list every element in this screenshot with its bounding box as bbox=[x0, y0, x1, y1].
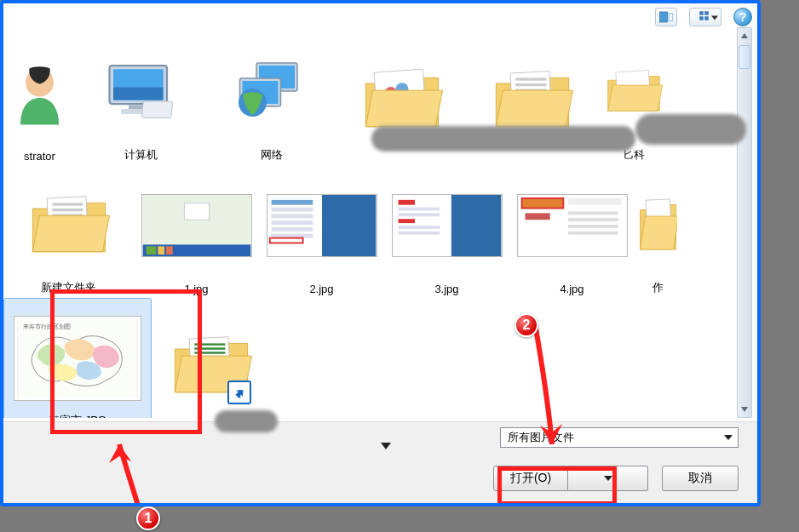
thumbnail-icon bbox=[514, 169, 630, 281]
dialog-bottom-bar: 所有图片文件 打开(O) 取消 bbox=[3, 421, 757, 503]
annotation-badge-1: 1 bbox=[136, 506, 160, 530]
redaction-smudge bbox=[215, 410, 278, 432]
item-label: 4.jpg bbox=[556, 281, 587, 297]
svg-rect-73 bbox=[194, 347, 225, 349]
item-folder-shortcut[interactable] bbox=[152, 298, 271, 418]
svg-rect-10 bbox=[113, 88, 164, 100]
svg-rect-5 bbox=[704, 16, 709, 20]
item-label: 2.jpg bbox=[306, 281, 336, 297]
shortcut-arrow-icon bbox=[227, 380, 251, 404]
item-label: strator bbox=[20, 148, 59, 164]
svg-rect-46 bbox=[271, 207, 313, 211]
user-icon bbox=[8, 37, 72, 148]
svg-rect-44 bbox=[322, 195, 376, 256]
computer-icon bbox=[80, 37, 202, 146]
svg-rect-1 bbox=[669, 14, 673, 21]
item-label: 3.jpg bbox=[431, 281, 462, 297]
item-1jpg[interactable]: 1.jpg bbox=[134, 165, 259, 298]
item-label: 计算机 bbox=[121, 146, 161, 164]
item-2jpg[interactable]: 2.jpg bbox=[259, 165, 384, 298]
svg-rect-63 bbox=[525, 213, 549, 220]
item-3jpg[interactable]: 3.jpg bbox=[384, 165, 509, 298]
item-label bbox=[399, 161, 405, 164]
view-options-button[interactable] bbox=[689, 8, 721, 26]
item-user[interactable]: strator bbox=[3, 32, 76, 165]
folder-icon bbox=[639, 169, 677, 278]
scroll-down-icon[interactable] bbox=[738, 402, 751, 417]
item-label bbox=[529, 161, 536, 164]
svg-rect-34 bbox=[52, 209, 83, 211]
svg-rect-42 bbox=[184, 203, 209, 219]
svg-rect-40 bbox=[158, 246, 164, 255]
item-label: 来宾市.JPG bbox=[45, 411, 110, 418]
thumbnail-icon bbox=[388, 169, 505, 281]
preview-pane-button[interactable] bbox=[655, 8, 677, 26]
badge-label: 1 bbox=[145, 511, 152, 526]
file-grid: strator 计算机 网络 bbox=[3, 27, 730, 418]
svg-rect-57 bbox=[398, 219, 414, 223]
svg-rect-59 bbox=[398, 231, 440, 234]
svg-rect-58 bbox=[398, 226, 440, 229]
item-laibin-jpg[interactable]: 来宾市行政区划图 来宾市.JPG bbox=[3, 298, 152, 418]
svg-rect-53 bbox=[451, 195, 500, 256]
item-network[interactable]: 网络 bbox=[206, 32, 336, 165]
view-toolbar: ? bbox=[655, 6, 752, 28]
svg-rect-3 bbox=[704, 11, 709, 15]
chevron-down-icon bbox=[721, 430, 736, 445]
svg-rect-25 bbox=[515, 77, 546, 80]
svg-rect-13 bbox=[141, 101, 173, 118]
svg-rect-4 bbox=[699, 16, 704, 20]
item-computer[interactable]: 计算机 bbox=[76, 32, 206, 165]
svg-rect-54 bbox=[398, 199, 414, 204]
svg-rect-48 bbox=[271, 220, 313, 225]
item-label: 作 bbox=[649, 278, 667, 297]
dialog-buttons: 打开(O) 取消 bbox=[493, 466, 739, 491]
help-button[interactable]: ? bbox=[733, 8, 752, 26]
svg-rect-72 bbox=[194, 343, 225, 345]
svg-rect-56 bbox=[398, 213, 440, 216]
svg-rect-33 bbox=[52, 203, 83, 205]
item-4jpg[interactable]: 4.jpg bbox=[509, 165, 635, 298]
item-label: 新建文件夹 bbox=[37, 278, 100, 297]
item-label: 1.jpg bbox=[181, 281, 211, 297]
thumbnail-icon bbox=[263, 169, 380, 281]
svg-rect-0 bbox=[660, 12, 668, 22]
thumbnail-icon: 来宾市行政区划图 bbox=[11, 306, 144, 411]
open-dialog-window: ? strator 计算机 bbox=[0, 0, 761, 506]
open-button-dropdown[interactable] bbox=[568, 466, 648, 491]
svg-rect-74 bbox=[194, 352, 225, 353]
vertical-scrollbar[interactable] bbox=[737, 27, 752, 418]
file-type-label: 所有图片文件 bbox=[508, 430, 574, 445]
file-type-filter[interactable]: 所有图片文件 bbox=[500, 427, 739, 448]
network-icon bbox=[210, 37, 332, 146]
svg-text:来宾市行政区划图: 来宾市行政区划图 bbox=[23, 323, 71, 330]
svg-rect-26 bbox=[515, 83, 546, 86]
svg-rect-55 bbox=[398, 207, 440, 210]
folder-icon bbox=[8, 169, 129, 278]
svg-rect-62 bbox=[568, 197, 621, 204]
scrollbar-thumb[interactable] bbox=[739, 45, 750, 69]
item-folder-work[interactable]: 作 bbox=[635, 165, 681, 298]
thumbnail-icon bbox=[138, 169, 255, 281]
cancel-button[interactable]: 取消 bbox=[662, 466, 739, 491]
open-button[interactable]: 打开(O) bbox=[493, 466, 568, 491]
filename-dropdown-icon[interactable] bbox=[381, 438, 391, 453]
scroll-up-icon[interactable] bbox=[738, 28, 751, 43]
svg-rect-41 bbox=[166, 246, 173, 255]
svg-rect-61 bbox=[521, 197, 563, 208]
svg-rect-39 bbox=[146, 246, 156, 255]
svg-rect-47 bbox=[271, 214, 313, 218]
open-button-label: 打开(O) bbox=[510, 471, 551, 486]
svg-rect-49 bbox=[271, 226, 313, 231]
svg-rect-2 bbox=[699, 11, 704, 15]
open-split-button: 打开(O) bbox=[493, 466, 648, 491]
svg-rect-64 bbox=[568, 211, 618, 215]
redaction-smudge bbox=[371, 126, 635, 152]
svg-rect-65 bbox=[568, 218, 618, 221]
cancel-button-label: 取消 bbox=[688, 471, 712, 486]
svg-rect-66 bbox=[568, 225, 618, 228]
file-list-pane[interactable]: strator 计算机 网络 bbox=[3, 27, 730, 418]
svg-rect-45 bbox=[271, 199, 313, 204]
item-new-folder[interactable]: 新建文件夹 bbox=[3, 165, 134, 298]
svg-rect-67 bbox=[568, 231, 618, 234]
